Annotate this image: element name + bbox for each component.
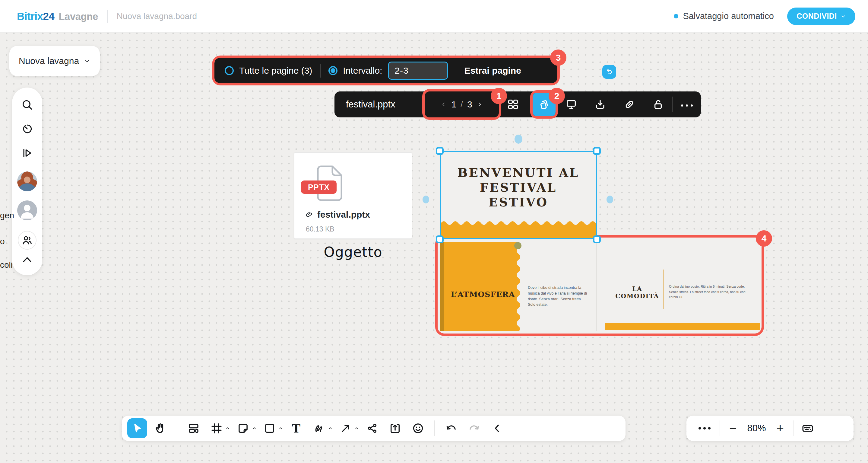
presentation-icon[interactable] [565,98,577,111]
reset-rotation-button[interactable] [602,65,616,79]
shape-tool-button[interactable] [261,420,278,436]
search-icon[interactable] [21,99,33,111]
canvas-text-fragment: gen [0,211,14,220]
chevron-up-icon[interactable] [328,426,333,431]
range-radio[interactable] [329,66,338,75]
pen-icon [313,422,326,435]
link-icon[interactable] [623,98,636,111]
selection-handle-sw[interactable] [436,235,444,243]
cursor-icon [131,422,144,435]
unlock-icon[interactable] [652,98,664,111]
breadcrumb: Nuova lavagna.board [117,11,197,21]
file-toolbar-filename: festival.pptx [346,99,395,110]
callout-badge-1: 1 [491,88,507,104]
emoji-tool-button[interactable] [410,420,426,436]
pptx-type-badge: PPTX [301,180,337,194]
keyboard-icon[interactable] [801,422,814,435]
text-tool-button[interactable]: T [288,420,304,436]
cursor-tool-button[interactable] [127,418,147,438]
slide-comodita-body: Ordina dal tuo posto. Ritira in 5 minuti… [669,284,750,300]
chevron-up-icon[interactable] [354,426,360,431]
zoom-in-button[interactable]: + [772,422,788,435]
app-window: Bitrix24 Lavagne Nuova lavagna.board Sal… [0,0,868,463]
zoom-level[interactable]: 80% [741,423,772,434]
next-page-icon[interactable] [476,101,483,108]
shape-icon [263,422,276,435]
share-button-label: CONDIVIDI [797,12,837,21]
redo-button[interactable] [466,420,482,436]
hand-tool-button[interactable] [152,420,168,436]
rotate-ccw-icon [605,67,614,76]
zoom-out-button[interactable]: − [725,422,741,435]
file-object-card[interactable]: PPTX festival.pptx 60.13 KB [294,152,412,239]
chevron-up-icon[interactable] [278,426,283,431]
history-icon[interactable] [21,123,33,135]
slide-comodita-object[interactable]: LA COMODITÀ Ordina dal tuo posto. Ritira… [599,242,762,331]
collapse-toolbar-button[interactable] [489,420,505,436]
play-next-icon[interactable] [21,147,33,159]
user-avatar-placeholder[interactable] [17,200,37,220]
toolbar-divider [672,96,673,112]
invite-people-button[interactable] [18,231,36,250]
note-tool-button[interactable] [235,420,251,436]
board-name-menu[interactable]: Nuova lavagna [9,46,100,76]
range-input[interactable] [388,62,448,80]
page-nav-highlight: 1 / 3 [422,89,501,120]
orange-wave-block [440,242,525,331]
autosave-status-dot [674,14,678,19]
left-sidebar [12,88,42,275]
chevron-up-icon[interactable] [225,426,230,431]
connector-tool-button[interactable] [364,420,380,436]
more-icon[interactable] [699,427,711,430]
more-icon[interactable] [681,105,693,107]
emoji-icon [412,422,424,435]
paperclip-icon [305,210,314,220]
slide-atmosfera-title: L’ATMOSFERA [451,290,510,299]
slide-atmosfera-object[interactable]: L’ATMOSFERA Dove il cibo di strada incon… [440,242,595,331]
object-caption: Oggetto [294,244,412,260]
toolbar-divider [456,64,456,78]
slide-comodita-title: LA COMODITÀ [612,285,663,300]
redo-icon [468,422,480,435]
callout-badge-3: 3 [550,50,566,66]
extract-pages-button[interactable]: Estrai pagine [464,65,521,76]
slide-title-text: BENVENUTI AL FESTIVAL ESTIVO [441,165,596,209]
download-icon[interactable] [594,98,606,111]
toolbar-divider [720,421,720,436]
frame-tool-button[interactable] [208,420,225,436]
canvas-text-fragment: coli [0,260,13,270]
board-name-label: Nuova lavagna [19,56,79,66]
selection-handle-nw[interactable] [436,147,444,155]
connector-dot-olive [514,242,522,249]
page-separator: / [461,99,463,109]
wave-decoration [441,220,596,238]
extract-pages-toolbar-highlight: Tutte le pagine (3) Intervallo: Estrai p… [212,56,560,85]
slide-title-object[interactable]: BENVENUTI AL FESTIVAL ESTIVO [440,151,597,239]
zoom-toolbar: − 80% + [686,415,854,441]
logo-product: Lavagne [59,11,98,22]
prev-page-icon[interactable] [440,101,447,108]
upload-tool-button[interactable] [387,420,403,436]
chevron-down-icon [841,13,846,19]
user-avatar[interactable] [17,171,37,191]
arrow-icon [339,422,352,435]
pages-grid-icon[interactable] [507,98,519,111]
bitrix24-logo[interactable]: Bitrix24 Lavagne [17,10,98,22]
whiteboard-canvas[interactable]: Nuova lavagna gen o coli Tutte le pagi [0,33,868,463]
share-button[interactable]: CONDIVIDI [787,7,855,25]
collapse-up-icon[interactable] [21,255,33,263]
chevron-up-icon[interactable] [251,426,257,431]
logo-24: 24 [43,10,54,22]
slide-atmosfera-body: Dove il cibo di strada incontra la music… [528,285,588,308]
pen-tool-button[interactable] [311,420,327,436]
callout-badge-2: 2 [549,88,565,104]
layout-tool-button[interactable] [185,420,202,436]
header-divider [107,10,108,23]
undo-button[interactable] [443,420,459,436]
selection-handle-se[interactable] [593,235,601,243]
selection-handle-ne[interactable] [593,147,601,155]
all-pages-label: Tutte le pagine (3) [239,65,312,76]
hand-icon [154,422,167,435]
arrow-tool-button[interactable] [338,420,354,436]
all-pages-radio[interactable] [225,66,234,75]
